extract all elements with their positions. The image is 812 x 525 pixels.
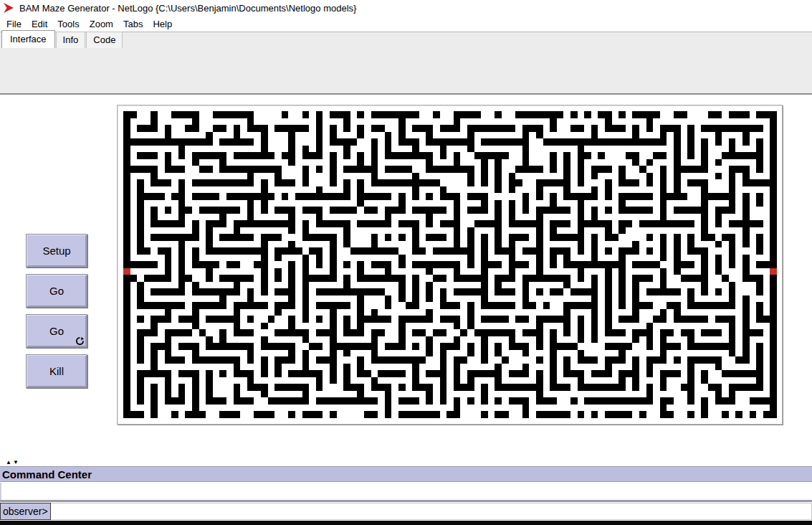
go-once-button-label: Go xyxy=(49,285,64,297)
setup-button-label: Setup xyxy=(42,245,70,257)
command-center-header: Command Center xyxy=(0,466,812,482)
world-view[interactable] xyxy=(123,111,777,418)
go-forever-button-label: Go xyxy=(49,325,64,337)
interface-canvas-area: Setup Go Go Kill xyxy=(0,96,812,460)
menu-tools[interactable]: Tools xyxy=(52,16,84,32)
netlogo-logo-icon xyxy=(4,3,15,13)
window-title: BAM Maze Generator - NetLogo {C:\Users\B… xyxy=(19,3,356,14)
interface-toolbar: Edit Delete Add ✓abc Button ▼ normal spe… xyxy=(0,48,812,95)
splitter-arrows-icon[interactable]: ▲▼ xyxy=(6,459,20,465)
observer-prompt[interactable]: observer> xyxy=(0,503,51,520)
command-center-splitter[interactable]: ▲▼ xyxy=(0,460,812,466)
go-forever-button[interactable]: Go xyxy=(26,314,87,348)
menu-zoom[interactable]: Zoom xyxy=(85,16,118,32)
title-bar: BAM Maze Generator - NetLogo {C:\Users\B… xyxy=(0,0,812,16)
world-view-frame xyxy=(117,105,783,425)
kill-button[interactable]: Kill xyxy=(26,354,87,388)
setup-button[interactable]: Setup xyxy=(26,234,87,268)
kill-button-label: Kill xyxy=(49,365,64,377)
forever-loop-icon xyxy=(76,337,84,345)
menu-file[interactable]: File xyxy=(1,16,27,32)
tab-code[interactable]: Code xyxy=(86,32,123,48)
menu-help[interactable]: Help xyxy=(148,16,177,32)
tab-info[interactable]: Info xyxy=(56,32,86,48)
go-once-button[interactable]: Go xyxy=(26,274,87,308)
tab-interface[interactable]: Interface xyxy=(1,30,55,48)
command-input[interactable] xyxy=(51,503,812,520)
menu-tabs[interactable]: Tabs xyxy=(118,16,148,32)
command-center-input-row: observer> xyxy=(0,503,812,520)
command-center-output xyxy=(0,483,812,500)
menu-bar: File Edit Tools Zoom Tabs Help xyxy=(0,16,812,32)
command-center-divider[interactable] xyxy=(0,500,812,502)
tab-strip: Interface Info Code xyxy=(0,32,812,48)
menu-edit[interactable]: Edit xyxy=(27,16,52,32)
bottom-screen-edge xyxy=(0,521,812,525)
command-center-title: Command Center xyxy=(2,468,92,481)
